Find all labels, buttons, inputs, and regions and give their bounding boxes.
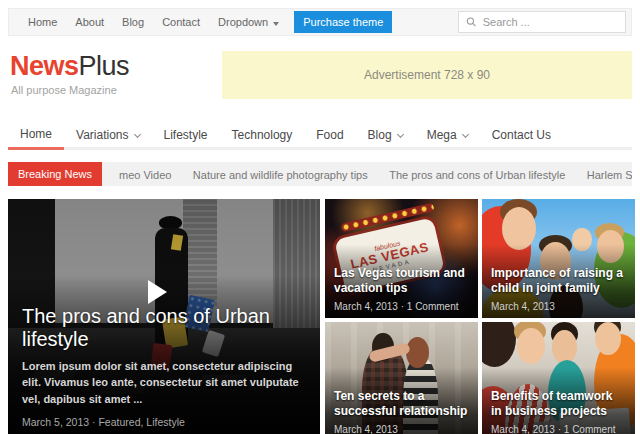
search-input[interactable] [483, 16, 618, 28]
chevron-down-icon [397, 130, 404, 137]
logo-text-plus: Plus [79, 51, 130, 81]
caret-down-icon [273, 22, 279, 26]
branding: NewsPlus All purpose Magazine [8, 51, 129, 96]
chevron-down-icon [462, 130, 469, 137]
site-tagline: All purpose Magazine [8, 84, 129, 96]
nav-label: Home [20, 127, 52, 141]
topbar-dropdown[interactable]: Dropdown [209, 16, 288, 28]
ticker-items: meo Video Nature and wildlife photograph… [102, 165, 632, 183]
nav-label: Variations [76, 128, 128, 142]
post-grid: fabulous LAS VEGAS NEVADA Las Vegas tour… [325, 199, 635, 434]
post-card-family[interactable]: Importance of raising a child in joint f… [482, 199, 635, 318]
nav-item-blog[interactable]: Blog [356, 120, 415, 150]
topbar-link-about[interactable]: About [66, 16, 113, 28]
search-box[interactable] [458, 11, 626, 33]
post-card-las-vegas[interactable]: fabulous LAS VEGAS NEVADA Las Vegas tour… [325, 199, 478, 318]
nav-label: Food [316, 128, 343, 142]
search-icon [466, 16, 477, 28]
advertisement-banner[interactable]: Advertisement 728 x 90 [222, 51, 632, 99]
featured-meta: March 5, 2013 · Featured, Lifestyle [22, 416, 306, 428]
site-logo[interactable]: NewsPlus [8, 51, 129, 82]
featured-excerpt: Lorem ipsum dolor sit amet, consectetur … [22, 358, 306, 408]
topbar-nav: Home About Blog Contact Dropdown Purchas… [9, 9, 392, 35]
nav-item-mega[interactable]: Mega [415, 120, 480, 150]
nav-label: Contact Us [492, 128, 551, 142]
content-area: The pros and cons of Urban lifestyle Lor… [8, 199, 635, 434]
nav-label: Technology [232, 128, 293, 142]
purchase-theme-button[interactable]: Purchase theme [294, 11, 392, 33]
card-meta: March 4, 2013 [334, 424, 469, 434]
play-icon[interactable] [148, 280, 167, 304]
breaking-news-label: Breaking News [8, 162, 102, 186]
ticker-item[interactable]: Harlem Shake Miami [587, 169, 632, 181]
site-header: NewsPlus All purpose Magazine Advertisem… [8, 36, 632, 116]
breaking-news-ticker: Breaking News meo Video Nature and wildl… [8, 162, 632, 186]
nav-label: Lifestyle [164, 128, 208, 142]
main-nav: Home Variations Lifestyle Technology Foo… [8, 120, 632, 150]
nav-item-technology[interactable]: Technology [220, 120, 305, 150]
topbar-link-blog[interactable]: Blog [113, 16, 153, 28]
card-title[interactable]: Ten secrets to a successful relationship [334, 389, 469, 420]
topbar-link-home[interactable]: Home [19, 16, 66, 28]
card-text: Importance of raising a child in joint f… [491, 266, 626, 312]
card-title[interactable]: Benefits of teamwork in business project… [491, 389, 626, 420]
nav-item-lifestyle[interactable]: Lifestyle [152, 120, 220, 150]
nav-item-contact-us[interactable]: Contact Us [480, 120, 563, 150]
ticker-item[interactable]: meo Video [119, 169, 171, 181]
card-text: Ten secrets to a successful relationship… [334, 389, 469, 434]
nav-item-variations[interactable]: Variations [64, 120, 151, 150]
nav-label: Blog [368, 128, 392, 142]
featured-post[interactable]: The pros and cons of Urban lifestyle Lor… [8, 199, 320, 434]
card-meta: March 4, 2013 · 1 Comment [334, 301, 469, 312]
featured-text: The pros and cons of Urban lifestyle Lor… [22, 305, 306, 429]
nav-item-food[interactable]: Food [304, 120, 355, 150]
nav-label: Mega [427, 128, 457, 142]
card-meta: March 4, 2013 [491, 301, 626, 312]
ticker-item[interactable]: The pros and cons of Urban lifestyle [389, 169, 565, 181]
card-title[interactable]: Importance of raising a child in joint f… [491, 266, 626, 297]
chevron-down-icon [133, 130, 140, 137]
ticker-item[interactable]: Nature and wildlife photography tips [193, 169, 368, 181]
topbar: Home About Blog Contact Dropdown Purchas… [8, 8, 632, 36]
topbar-link-contact[interactable]: Contact [153, 16, 209, 28]
post-card-couple[interactable]: Ten secrets to a successful relationship… [325, 322, 478, 434]
featured-title[interactable]: The pros and cons of Urban lifestyle [22, 305, 306, 351]
card-text: Las Vegas tourism and vacation tips Marc… [334, 266, 469, 312]
post-card-teamwork[interactable]: Benefits of teamwork in business project… [482, 322, 635, 434]
card-meta: March 4, 2013 · 1 Comment [491, 424, 626, 434]
card-title[interactable]: Las Vegas tourism and vacation tips [334, 266, 469, 297]
nav-item-home[interactable]: Home [8, 120, 64, 150]
card-text: Benefits of teamwork in business project… [491, 389, 626, 434]
dropdown-label: Dropdown [218, 16, 268, 28]
logo-text-news: News [10, 51, 79, 81]
